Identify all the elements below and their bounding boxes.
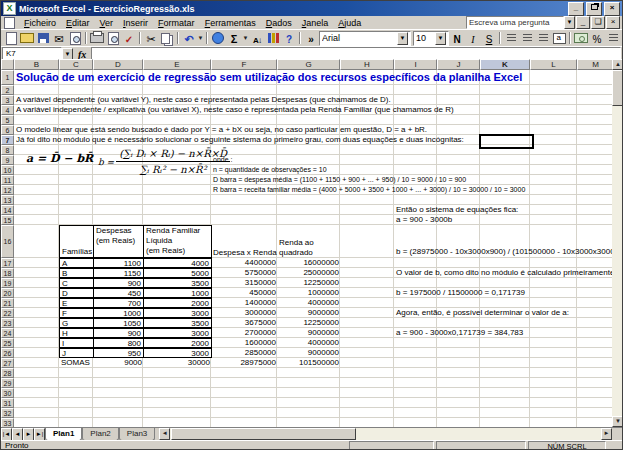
- align-left-button[interactable]: [503, 31, 519, 45]
- underline-button[interactable]: [481, 31, 497, 45]
- cell-F17[interactable]: 4400000: [211, 258, 278, 268]
- ask-a-question-box[interactable]: ▼: [466, 16, 575, 29]
- row-header-28[interactable]: 28: [1, 368, 14, 378]
- currency-style-button[interactable]: [573, 31, 589, 45]
- menu-dados[interactable]: Dados: [261, 18, 297, 28]
- cell-E25[interactable]: 2000: [143, 338, 212, 348]
- merge-center-button[interactable]: [551, 31, 567, 45]
- row-header-10[interactable]: 10: [1, 165, 14, 175]
- column-header-D[interactable]: D: [93, 59, 143, 70]
- menu-inserir[interactable]: Inserir: [118, 18, 153, 28]
- cell-D20[interactable]: 450: [93, 288, 144, 298]
- row-header-26[interactable]: 26: [1, 348, 14, 358]
- cell-E22[interactable]: 3000: [143, 308, 212, 318]
- increase-indent-button[interactable]: [605, 31, 621, 45]
- cell-G24[interactable]: 9000000: [277, 328, 341, 338]
- cell-D21[interactable]: 700: [93, 298, 144, 308]
- autosum-icon[interactable]: [226, 31, 242, 45]
- cell-D22[interactable]: 1000: [93, 308, 144, 318]
- cell-I15[interactable]: a = 900 - 3000b: [396, 215, 452, 225]
- cell-I20[interactable]: b = 1975000 / 11500000 = 0,171739: [396, 288, 525, 298]
- cell-G25[interactable]: 4000000: [277, 338, 341, 348]
- column-header-C[interactable]: C: [59, 59, 93, 70]
- cell-E16[interactable]: Renda Familiar Líquida (em Reais): [143, 225, 212, 258]
- cell-D27[interactable]: 9000: [93, 358, 144, 368]
- cell-C27[interactable]: SOMAS: [59, 358, 94, 368]
- chevron-down-icon[interactable]: ▼: [397, 32, 408, 45]
- restore-button[interactable]: [586, 2, 602, 16]
- row-header-13[interactable]: 13: [1, 195, 14, 205]
- align-right-button[interactable]: [535, 31, 551, 45]
- scroll-right-icon[interactable]: ►: [601, 428, 612, 440]
- cell-E20[interactable]: 1000: [143, 288, 212, 298]
- cell-C19[interactable]: C: [59, 278, 94, 288]
- cell-C26[interactable]: J: [59, 348, 94, 358]
- cell-C18[interactable]: B: [59, 268, 94, 278]
- cell-F23[interactable]: 3675000: [211, 318, 278, 328]
- font-name-combo[interactable]: Arial ▼: [319, 31, 411, 46]
- column-header-I[interactable]: I: [394, 59, 437, 70]
- row-header-25[interactable]: 25: [1, 338, 14, 348]
- cell-E21[interactable]: 2000: [143, 298, 212, 308]
- row-header-7[interactable]: 7: [1, 135, 14, 145]
- help-icon[interactable]: [281, 31, 297, 45]
- cell-B4[interactable]: A variável independente / explicativa (o…: [16, 105, 454, 115]
- row-header-3[interactable]: 3: [1, 95, 14, 105]
- column-header-J[interactable]: J: [437, 59, 480, 70]
- row-header-1[interactable]: 1: [1, 70, 14, 85]
- menu-ficheiro[interactable]: Ficheiro: [19, 18, 61, 28]
- column-header-M[interactable]: M: [577, 59, 614, 70]
- workbook-restore-button[interactable]: ❏: [591, 16, 605, 29]
- row-header-14[interactable]: 14: [1, 205, 14, 215]
- cell-D18[interactable]: 1150: [93, 268, 144, 278]
- cell-C25[interactable]: I: [59, 338, 94, 348]
- cell-C22[interactable]: F: [59, 308, 94, 318]
- cell-G27[interactable]: 101500000: [277, 358, 341, 368]
- chevron-down-icon[interactable]: ▼: [435, 32, 446, 45]
- chevron-down-icon[interactable]: ▼: [197, 35, 204, 41]
- cell-G20[interactable]: 1000000: [277, 288, 341, 298]
- cell-F22[interactable]: 3000000: [211, 308, 278, 318]
- row-header-32[interactable]: 32: [1, 408, 14, 418]
- cell-C16[interactable]: Famílias: [59, 225, 94, 258]
- close-button[interactable]: ×: [604, 2, 620, 16]
- cell-G23[interactable]: 12250000: [277, 318, 341, 328]
- cell-F25[interactable]: 1600000: [211, 338, 278, 348]
- print-icon[interactable]: [89, 31, 105, 45]
- row-header-16[interactable]: 16: [1, 225, 14, 258]
- cell-C17[interactable]: A: [59, 258, 94, 268]
- workbook-close-button[interactable]: ×: [606, 16, 620, 29]
- email-icon[interactable]: [51, 31, 67, 45]
- cell-G26[interactable]: 9000000: [277, 348, 341, 358]
- spelling-icon[interactable]: [121, 31, 137, 45]
- cell-G18[interactable]: 25000000: [277, 268, 341, 278]
- align-center-button[interactable]: [519, 31, 535, 45]
- ask-a-question-input[interactable]: [466, 16, 564, 29]
- cell-D19[interactable]: 900: [93, 278, 144, 288]
- font-size-combo[interactable]: 10 ▼: [413, 31, 449, 46]
- menu-ver[interactable]: Ver: [95, 18, 119, 28]
- cell-F16[interactable]: Despesa x Renda: [211, 225, 278, 258]
- row-header-11[interactable]: 11: [1, 175, 14, 185]
- select-all-corner[interactable]: [1, 59, 14, 70]
- row-header-8[interactable]: 8: [1, 145, 14, 155]
- cell-G21[interactable]: 4000000: [277, 298, 341, 308]
- cell-B7[interactable]: Já foi dito no módulo que é necessário s…: [16, 135, 464, 145]
- scroll-down-icon[interactable]: ▼: [612, 416, 623, 427]
- row-header-17[interactable]: 17: [1, 258, 14, 268]
- row-header-21[interactable]: 21: [1, 298, 14, 308]
- row-header-29[interactable]: 29: [1, 378, 14, 388]
- cell-D25[interactable]: 800: [93, 338, 144, 348]
- cell-C20[interactable]: D: [59, 288, 94, 298]
- row-header-30[interactable]: 30: [1, 388, 14, 398]
- row-header-6[interactable]: 6: [1, 125, 14, 135]
- search-icon[interactable]: [67, 31, 83, 45]
- cell-G22[interactable]: 9000000: [277, 308, 341, 318]
- cell-D26[interactable]: 950: [93, 348, 144, 358]
- copy-icon[interactable]: [159, 31, 175, 45]
- chevron-down-icon[interactable]: ▼: [242, 35, 249, 41]
- cell-F12[interactable]: R barra = receita familiar média = (4000…: [213, 185, 525, 195]
- cell-F20[interactable]: 450000: [211, 288, 278, 298]
- cell-E24[interactable]: 3000: [143, 328, 212, 338]
- bold-button[interactable]: [449, 31, 465, 45]
